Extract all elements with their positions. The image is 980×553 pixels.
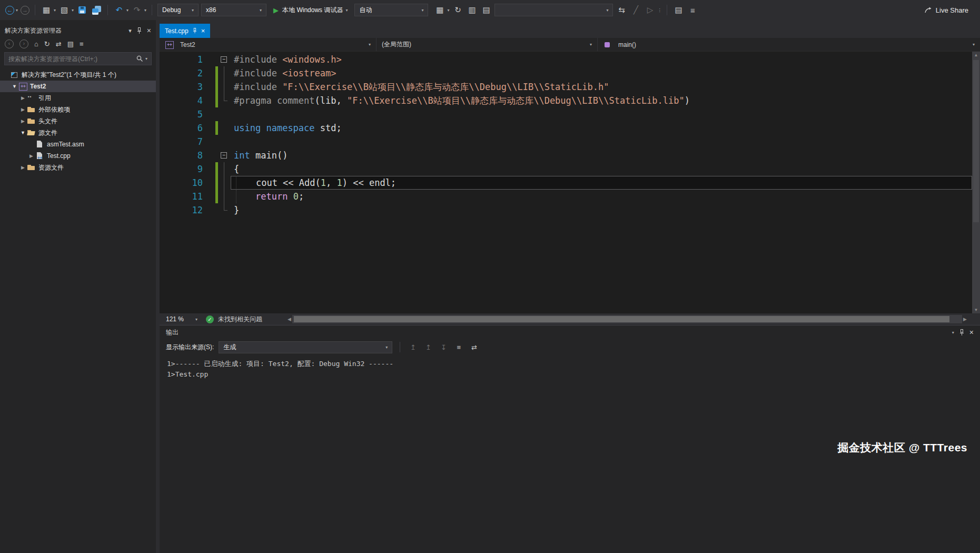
open-file-icon[interactable]: ▧ <box>58 4 70 16</box>
open-file-dropdown-icon[interactable]: ▾ <box>72 8 74 13</box>
navigate-back-dropdown-icon[interactable]: ▾ <box>16 8 18 13</box>
attach-mode-dropdown[interactable]: 自动 ▾ <box>354 4 428 16</box>
expander-right-icon[interactable]: ▶ <box>19 95 27 101</box>
window-layout-icon[interactable]: ▤ <box>672 4 684 16</box>
find-message-icon[interactable]: ↥ <box>408 341 418 353</box>
tree-item-test-cpp[interactable]: ▶Test.cpp <box>0 150 156 162</box>
performance-profiler-icon[interactable]: ▦ <box>434 4 446 16</box>
sync-with-active-document-icon[interactable]: ⇄ <box>56 40 62 48</box>
code-line-11[interactable]: 11 return 0; <box>160 190 972 203</box>
hot-reload-icon[interactable]: ↻ <box>452 4 463 16</box>
code-editor[interactable]: 1−#include <windows.h>2#include <iostrea… <box>160 52 980 313</box>
live-share-button[interactable]: Live Share <box>924 6 975 14</box>
properties-icon[interactable]: ≡ <box>80 40 84 48</box>
horizontal-scrollbar-thumb[interactable] <box>294 316 949 322</box>
code-line-2[interactable]: 2#include <iostream> <box>160 66 972 80</box>
redo-dropdown-icon[interactable]: ▾ <box>144 8 146 13</box>
code-line-12[interactable]: 12} <box>160 203 972 217</box>
next-message-icon[interactable]: ↧ <box>438 341 449 353</box>
code-line-3[interactable]: 3#include "F:\\Exercise\\B站项目\\静态库与动态库\\… <box>160 80 972 94</box>
project-dropdown[interactable]: Test2 ▾ <box>160 38 377 51</box>
home-icon[interactable]: ⌂ <box>34 40 38 48</box>
task-list-icon[interactable]: ≡ <box>687 4 698 16</box>
window-position-icon[interactable]: ▾ <box>952 330 954 335</box>
new-project-icon[interactable]: ▦ <box>41 4 52 16</box>
word-wrap-icon[interactable]: ⇄ <box>469 341 479 353</box>
search-icon[interactable] <box>136 55 143 62</box>
tab-testcpp[interactable]: Test.cpp × <box>160 24 210 38</box>
window-position-icon[interactable]: ▾ <box>128 27 132 34</box>
tree-item-asmtest-asm[interactable]: asmTest.asm <box>0 139 156 150</box>
member-dropdown[interactable]: main() ▾ <box>598 38 980 51</box>
code-line-5[interactable]: 5 <box>160 107 972 121</box>
search-options-icon[interactable]: ▾ <box>145 56 147 61</box>
tree-item-header-files[interactable]: ▶头文件 <box>0 115 156 127</box>
code-line-6[interactable]: 6using namespace std; <box>160 121 972 135</box>
code-map-icon[interactable]: ▤ <box>480 4 492 16</box>
start-debugging-dropdown-icon[interactable]: ▾ <box>345 8 348 13</box>
expander-down-icon[interactable]: ▼ <box>19 130 27 135</box>
expander-right-icon[interactable]: ▶ <box>27 153 35 159</box>
code-line-1[interactable]: 1−#include <windows.h> <box>160 53 972 66</box>
scroll-left-icon[interactable]: ◀ <box>288 317 291 322</box>
save-icon[interactable] <box>76 4 88 16</box>
panel-splitter[interactable] <box>156 20 160 553</box>
undo-dropdown-icon[interactable]: ▾ <box>126 8 128 13</box>
horizontal-scrollbar[interactable]: ◀ ▶ <box>288 315 967 323</box>
close-icon[interactable]: × <box>969 328 974 337</box>
navigate-forward-icon[interactable]: → <box>21 6 29 15</box>
code-line-8[interactable]: 8−int main() <box>160 149 972 162</box>
compare-files-icon[interactable]: ⇆ <box>616 4 627 16</box>
tree-item-project-test2[interactable]: ▼Test2 <box>0 81 156 92</box>
tree-item-external-dependencies[interactable]: ▶外部依赖项 <box>0 104 156 115</box>
scroll-right-icon[interactable]: ▶ <box>963 317 967 322</box>
fold-collapse-icon[interactable]: − <box>221 56 227 63</box>
pin-icon[interactable] <box>193 28 197 34</box>
scope-dropdown[interactable]: (全局范围) ▾ <box>377 38 598 51</box>
start-debugging-button[interactable]: ▶ 本地 Windows 调试器 ▾ <box>269 3 352 17</box>
new-project-dropdown-icon[interactable]: ▾ <box>54 8 56 13</box>
pin-icon[interactable] <box>137 27 142 34</box>
save-all-icon[interactable] <box>91 4 102 16</box>
output-source-dropdown[interactable]: 生成 ▾ <box>219 341 392 353</box>
undo-icon[interactable]: ↶ <box>113 4 125 16</box>
se-forward-icon[interactable]: › <box>19 39 28 48</box>
fold-margin[interactable]: − <box>219 149 231 162</box>
unnamed-toolbar-dropdown[interactable]: ▾ <box>494 4 613 16</box>
close-tab-icon[interactable]: × <box>201 27 205 34</box>
expander-down-icon[interactable]: ▼ <box>11 84 18 89</box>
collapse-all-icon[interactable]: ▤ <box>67 40 74 48</box>
scroll-up-icon[interactable]: ▲ <box>974 53 978 57</box>
tree-item-solution-root[interactable]: 解决方案"Test2"(1 个项目/共 1 个) <box>0 69 156 81</box>
code-line-9[interactable]: 9{ <box>160 162 972 176</box>
fold-margin[interactable]: − <box>219 53 231 66</box>
close-icon[interactable]: × <box>147 26 151 35</box>
expander-right-icon[interactable]: ▶ <box>19 165 27 170</box>
tree-item-resource-files[interactable]: ▶资源文件 <box>0 162 156 173</box>
solution-configuration-dropdown[interactable]: Debug ▾ <box>157 4 199 16</box>
code-line-7[interactable]: 7 <box>160 135 972 149</box>
previous-message-icon[interactable]: ↥ <box>423 341 433 353</box>
code-line-10[interactable]: 10 cout << Add(1, 1) << endl; <box>160 176 972 190</box>
search-input[interactable] <box>8 55 133 63</box>
parallel-stacks-icon[interactable]: ▥ <box>466 4 478 16</box>
tree-item-source-files[interactable]: ▼源文件 <box>0 127 156 139</box>
performance-profiler-dropdown-icon[interactable]: ▾ <box>447 8 449 13</box>
clear-all-icon[interactable]: ≡ <box>453 341 464 353</box>
fold-collapse-icon[interactable]: − <box>221 152 227 159</box>
pin-icon[interactable] <box>959 329 964 336</box>
se-back-icon[interactable]: ‹ <box>5 39 14 48</box>
vertical-scrollbar-thumb[interactable] <box>973 60 979 222</box>
navigate-back-icon[interactable]: ← <box>5 6 14 15</box>
run-to-cursor-icon[interactable]: ▷ <box>644 4 656 16</box>
toolbar-overflow-icon[interactable]: ⋮ <box>657 8 661 13</box>
scroll-down-icon[interactable]: ▼ <box>974 308 978 312</box>
zoom-dropdown[interactable]: 121 % ▾ <box>162 313 202 325</box>
horizontal-scrollbar-track[interactable] <box>292 315 962 323</box>
refresh-icon[interactable]: ↻ <box>44 40 50 48</box>
tree-item-references[interactable]: ▶引用 <box>0 92 156 104</box>
solution-platform-dropdown[interactable]: x86 ▾ <box>201 4 266 16</box>
edit-icon[interactable]: ╱ <box>630 4 641 16</box>
vertical-scrollbar[interactable]: ▲ ▼ <box>972 52 980 313</box>
expander-right-icon[interactable]: ▶ <box>19 118 27 124</box>
